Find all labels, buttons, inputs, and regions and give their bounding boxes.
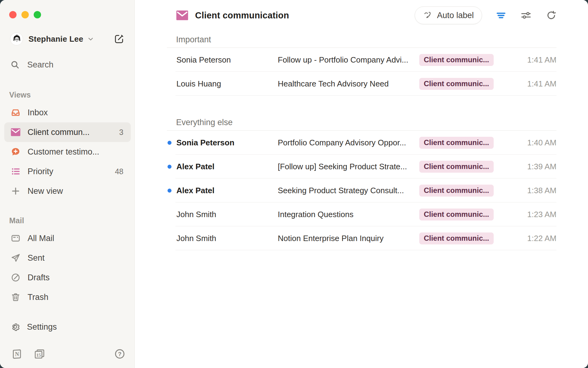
account-switcher[interactable]: Stephanie Lee: [10, 32, 126, 46]
search-icon: [10, 60, 20, 70]
account-name: Stephanie Lee: [28, 34, 83, 44]
svg-text:N: N: [15, 351, 19, 357]
email-time: 1:22 AM: [494, 234, 556, 243]
email-subject: [Follow up] Seeking Product Strate...: [278, 162, 419, 171]
sidebar-item-label: Priority: [28, 167, 53, 176]
email-time: 1:41 AM: [494, 79, 556, 89]
sidebar-item-label: Sent: [28, 253, 45, 263]
notion-app-icon[interactable]: N: [11, 348, 23, 360]
sidebar-item-customer-testimo[interactable]: Customer testimo...: [4, 142, 131, 162]
sidebar-section-label: Views: [9, 89, 134, 101]
svg-text:15: 15: [36, 353, 41, 358]
drafts-icon: [10, 272, 21, 283]
email-row[interactable]: Sonia PetersonPortfolio Company Advisory…: [167, 131, 556, 155]
zoom-window-button[interactable]: [34, 11, 41, 18]
mail-section-title: Everything else: [167, 115, 556, 131]
sidebar-item-drafts[interactable]: Drafts: [4, 268, 131, 287]
auto-label-wand-icon: [423, 10, 433, 20]
testimonial-icon: [10, 147, 21, 157]
email-time: 1:38 AM: [494, 186, 556, 195]
sidebar-item-label: Inbox: [28, 108, 48, 117]
mail-section: Everything elseSonia PetersonPortfolio C…: [167, 115, 556, 250]
display-settings-icon[interactable]: [520, 9, 532, 21]
unread-count: 48: [115, 167, 125, 176]
email-subject: Portfolio Company Advisory Oppor...: [278, 138, 419, 148]
sidebar-item-trash[interactable]: Trash: [4, 287, 131, 307]
email-sender: Louis Huang: [176, 79, 278, 89]
calendar-app-icon[interactable]: 15: [34, 348, 45, 360]
email-label-badge[interactable]: Client communic...: [419, 209, 494, 220]
sidebar-item-settings[interactable]: Settings: [4, 318, 131, 336]
auto-label-button[interactable]: Auto label: [415, 6, 482, 24]
email-sender: Alex Patel: [176, 162, 278, 171]
label-envelope-icon: [176, 10, 188, 21]
auto-label-button-label: Auto label: [437, 11, 474, 20]
sidebar: Stephanie Lee Search ViewsInboxClient co…: [0, 0, 135, 368]
email-sender: Alex Patel: [176, 186, 278, 195]
unread-dot: [167, 189, 176, 193]
sidebar-item-client-commun[interactable]: Client commun...3: [4, 122, 131, 142]
email-sender: Sonia Peterson: [176, 55, 278, 65]
email-label-badge[interactable]: Client communic...: [419, 232, 494, 244]
email-row[interactable]: Louis HuangHealthcare Tech Advisory Need…: [167, 72, 556, 96]
unread-count: 3: [119, 128, 125, 137]
mail-list: ImportantSonia PetersonFollow up - Portf…: [167, 31, 556, 250]
sidebar-item-label: All Mail: [28, 234, 54, 243]
sidebar-item-label: New view: [28, 186, 63, 196]
email-subject: Healthcare Tech Advisory Need: [278, 79, 419, 89]
view-header: Client communication Auto label: [135, 0, 588, 31]
sidebar-item-all-mail[interactable]: All Mail: [4, 228, 131, 248]
email-time: 1:40 AM: [494, 138, 556, 148]
email-subject: Notion Enterprise Plan Inquiry: [278, 234, 419, 243]
email-row[interactable]: Alex Patel[Follow up] Seeking Product St…: [167, 155, 556, 178]
email-sender: John Smith: [176, 210, 278, 219]
app-window: Stephanie Lee Search ViewsInboxClient co…: [0, 0, 588, 368]
sidebar-item-priority[interactable]: Priority48: [4, 162, 131, 181]
search-button[interactable]: Search: [10, 57, 126, 72]
email-time: 1:41 AM: [494, 55, 556, 65]
plus-icon: [10, 186, 21, 196]
email-label-badge[interactable]: Client communic...: [419, 54, 494, 66]
minimize-window-button[interactable]: [21, 11, 29, 18]
all-mail-icon: [10, 233, 21, 243]
sidebar-item-label: Drafts: [28, 273, 50, 282]
email-label-badge[interactable]: Client communic...: [419, 161, 494, 173]
email-label-badge[interactable]: Client communic...: [419, 185, 494, 197]
filter-icon[interactable]: [495, 9, 507, 21]
compose-button[interactable]: [112, 32, 126, 46]
email-row[interactable]: John SmithNotion Enterprise Plan Inquiry…: [167, 226, 556, 250]
email-time: 1:23 AM: [494, 210, 556, 219]
svg-text:?: ?: [118, 351, 121, 357]
search-label: Search: [27, 60, 54, 70]
email-label-badge[interactable]: Client communic...: [419, 137, 494, 149]
email-row[interactable]: Alex PatelSeeking Product Strategy Consu…: [167, 178, 556, 202]
email-subject: Integration Questions: [278, 210, 419, 219]
refresh-icon[interactable]: [545, 9, 557, 21]
trash-icon: [10, 292, 21, 302]
page-title: Client communication: [195, 10, 289, 21]
unread-dot: [167, 141, 176, 145]
envelope-icon: [10, 127, 21, 137]
email-label-badge[interactable]: Client communic...: [419, 78, 494, 90]
sidebar-item-label: Customer testimo...: [28, 147, 99, 157]
sidebar-item-inbox[interactable]: Inbox: [4, 103, 131, 122]
sidebar-item-label: Client commun...: [28, 128, 90, 137]
mail-section: ImportantSonia PetersonFollow up - Portf…: [167, 32, 556, 96]
help-icon[interactable]: ?: [114, 348, 125, 359]
unread-dot: [167, 165, 176, 169]
settings-label: Settings: [27, 322, 57, 332]
email-sender: Sonia Peterson: [176, 138, 278, 148]
close-window-button[interactable]: [9, 11, 17, 18]
sidebar-item-label: Trash: [28, 293, 48, 302]
gear-icon: [10, 322, 20, 332]
sidebar-item-new-view[interactable]: New view: [4, 181, 131, 201]
email-time: 1:39 AM: [494, 162, 556, 171]
chevron-down-icon: [87, 35, 94, 43]
email-subject: Follow up - Portfolio Company Advi...: [278, 55, 419, 65]
sidebar-footer: N 15 ?: [11, 347, 125, 361]
email-row[interactable]: Sonia PetersonFollow up - Portfolio Comp…: [167, 48, 556, 72]
window-controls: [9, 11, 41, 18]
email-row[interactable]: John SmithIntegration QuestionsClient co…: [167, 202, 556, 226]
inbox-icon: [10, 107, 21, 118]
sidebar-item-sent[interactable]: Sent: [4, 248, 131, 268]
